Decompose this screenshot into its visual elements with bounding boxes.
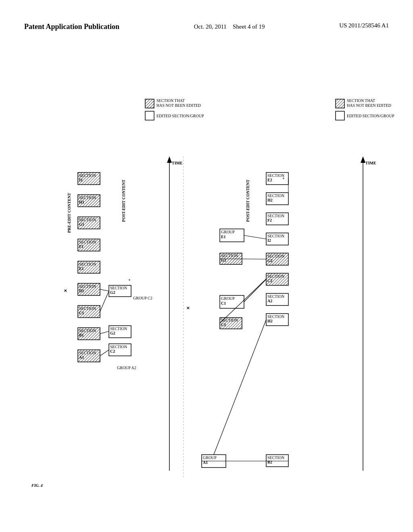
publication-title: Patent Application Publication [24, 22, 119, 31]
svg-text:SECTION: SECTION [267, 294, 284, 299]
publication-date: Oct. 20, 2011 Sheet 4 of 19 [194, 22, 265, 31]
svg-text:SECTION: SECTION [267, 173, 284, 178]
plus-marker-right: + [282, 176, 285, 181]
svg-text:SECTION: SECTION [267, 214, 284, 218]
svg-text:E1: E1 [221, 235, 226, 239]
svg-text:D1: D1 [79, 289, 84, 293]
line-e1-i2 [244, 235, 266, 239]
svg-text:SECTION: SECTION [79, 328, 96, 333]
svg-text:F1: F1 [79, 244, 83, 249]
svg-text:E2: E2 [267, 178, 272, 182]
svg-text:SECTION: SECTION [267, 314, 284, 319]
svg-text:C2: C2 [110, 349, 115, 353]
svg-text:H2: H2 [267, 319, 273, 323]
line-c1-c2 [100, 291, 109, 312]
diagram-svg: PRE-EDIT CONTENT POST-EDIT CONTENT SECTI… [0, 44, 413, 511]
legend-solid-text: EDITED SECTION/GROUP [156, 114, 204, 118]
svg-text:SECTION: SECTION [79, 173, 96, 178]
svg-text:GROUP: GROUP [221, 230, 235, 234]
figure-label: FIG. 4 [31, 483, 43, 488]
legend-hatched-text1-right: SECTION THAT [347, 98, 375, 103]
svg-text:I1: I1 [79, 178, 83, 182]
page: Patent Application Publication Oct. 20, … [0, 0, 413, 532]
group-c2-label: GROUP C2 [133, 296, 152, 300]
svg-text:I2: I2 [267, 238, 271, 243]
time-arrow-head-left [167, 156, 172, 163]
legend-solid-box-right [336, 111, 344, 120]
svg-text:SECTION: SECTION [267, 234, 284, 238]
line-d1-c2 [100, 289, 109, 291]
svg-text:SECTION: SECTION [79, 240, 96, 244]
svg-text:SECTION: SECTION [221, 254, 238, 258]
svg-text:A2: A2 [267, 299, 272, 303]
svg-text:C1: C1 [221, 322, 226, 327]
group-a2-label: GROUP A2 [117, 366, 136, 370]
time-arrow-head-right [361, 156, 365, 163]
legend-hatched-text2: HAS NOT BEEN EDITED [156, 103, 201, 108]
svg-text:H1: H1 [79, 200, 84, 204]
svg-text:F2: F2 [267, 218, 272, 222]
svg-text:A1: A1 [79, 355, 84, 360]
svg-text:SECTION: SECTION [110, 345, 127, 349]
time-label-right: TIME [365, 161, 376, 165]
legend-hatched-box [145, 99, 154, 108]
svg-text:G2: G2 [110, 331, 115, 335]
legend-hatched-text2-right: HAS NOT BEEN EDITED [347, 103, 391, 108]
svg-text:SECTION: SECTION [267, 274, 284, 278]
pre-edit-label: PRE-EDIT CONTENT [67, 193, 71, 233]
svg-text:H2: H2 [267, 198, 273, 202]
svg-text:G1: G1 [79, 222, 84, 227]
line-h2-a1 [214, 320, 266, 455]
svg-text:SECTION: SECTION [79, 351, 96, 355]
legend-hatched-box-right [336, 99, 344, 108]
svg-text:C2: C2 [267, 278, 272, 283]
svg-text:GROUP: GROUP [221, 296, 235, 301]
plus-marker-left: + [128, 278, 131, 282]
svg-text:B1: B1 [79, 333, 84, 337]
svg-text:SECTION: SECTION [267, 193, 284, 198]
post-edit-label-left: POST-EDIT CONTENT [121, 180, 126, 222]
svg-text:G2: G2 [110, 290, 115, 295]
legend-hatched-text1: SECTION THAT [156, 98, 185, 103]
svg-text:SECTION: SECTION [79, 218, 96, 222]
line-b1-a2 [100, 331, 109, 334]
svg-text:GROUP: GROUP [203, 455, 217, 460]
svg-text:C1: C1 [221, 301, 226, 305]
svg-text:SECTION: SECTION [221, 318, 238, 322]
legend-solid-box [145, 111, 154, 120]
svg-text:B2: B2 [267, 460, 272, 464]
line-c1-c2r [244, 279, 266, 302]
svg-text:SECTION: SECTION [267, 254, 284, 258]
svg-text:C1: C1 [79, 311, 84, 315]
legend-solid-text-right: EDITED SECTION/GROUP [347, 114, 394, 118]
x-marker-right: ✕ [186, 306, 190, 310]
svg-text:SECTION: SECTION [267, 455, 284, 460]
svg-text:SECTION: SECTION [79, 262, 96, 266]
svg-text:SECTION: SECTION [110, 286, 127, 290]
time-label-left: TIME [172, 161, 183, 165]
line-a1-a2 [100, 350, 109, 356]
svg-text:SECTION: SECTION [79, 195, 96, 200]
svg-text:G2: G2 [267, 258, 273, 263]
diagram-area: PRE-EDIT CONTENT POST-EDIT CONTENT SECTI… [0, 44, 413, 511]
post-edit-label-right: POST-EDIT CONTENT [246, 180, 250, 222]
x-marker-left: ✕ [64, 289, 67, 293]
svg-text:E1: E1 [79, 266, 84, 271]
svg-text:SECTION: SECTION [110, 326, 127, 331]
svg-text:SECTION: SECTION [79, 306, 96, 311]
svg-text:SECTION: SECTION [79, 284, 96, 289]
publication-number: US 2011/258546 A1 [339, 22, 389, 29]
page-header: Patent Application Publication Oct. 20, … [0, 0, 413, 39]
